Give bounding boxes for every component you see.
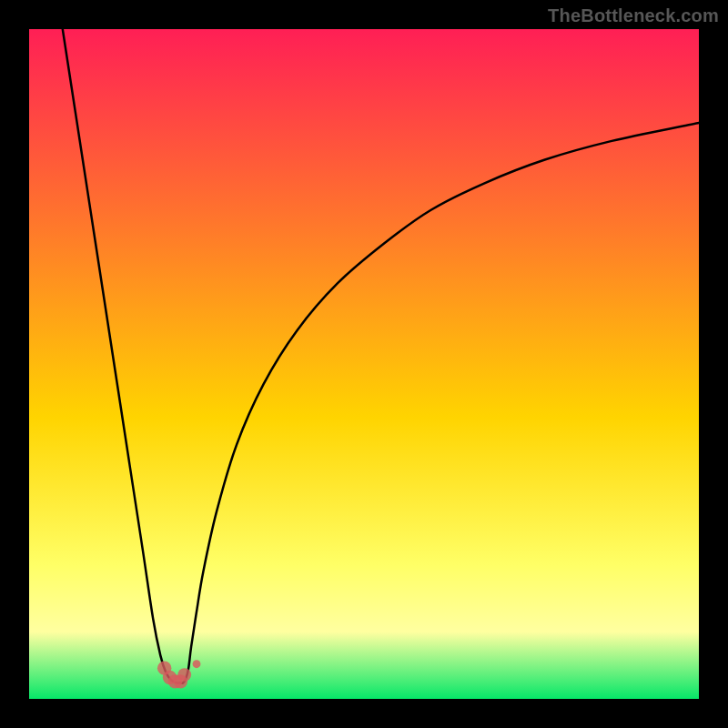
small-right-dot [193,660,201,668]
gradient-background [29,29,699,699]
plot-area [29,29,699,699]
chart-svg [29,29,699,699]
valley-right-inner [177,668,191,682]
attribution-label: TheBottleneck.com [548,5,719,26]
chart-frame: TheBottleneck.com [0,0,728,728]
